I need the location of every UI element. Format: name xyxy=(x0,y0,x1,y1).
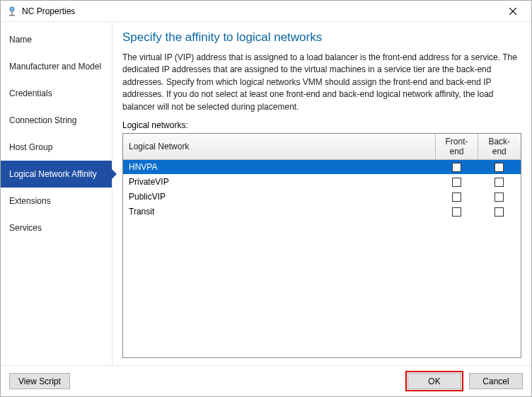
titlebar: NC Properties xyxy=(1,1,531,22)
cell-back-end xyxy=(478,159,521,174)
svg-point-0 xyxy=(10,6,14,11)
column-header-logical-network[interactable]: Logical Network xyxy=(123,134,436,160)
table-row[interactable]: HNVPA xyxy=(123,159,521,174)
sidebar-item-label: Credentials xyxy=(9,88,52,98)
sidebar-item-name[interactable]: Name xyxy=(1,26,112,53)
spacer xyxy=(122,358,521,365)
cell-network-name: HNVPA xyxy=(123,159,436,174)
svg-rect-2 xyxy=(9,15,15,16)
cell-front-end xyxy=(436,189,478,204)
sidebar-item-label: Connection String xyxy=(9,115,76,125)
sidebar-item-extensions[interactable]: Extensions xyxy=(1,188,112,214)
cell-front-end xyxy=(436,204,478,219)
sidebar-item-label: Host Group xyxy=(9,142,52,152)
ok-button[interactable]: OK xyxy=(407,373,461,389)
checkbox-front-end[interactable] xyxy=(452,163,461,172)
logical-networks-table-wrap: Logical Network Front-end Back-end HNVPA… xyxy=(122,133,521,358)
page-heading: Specify the affinity to logical networks xyxy=(122,30,521,45)
cell-front-end xyxy=(436,159,478,174)
cell-network-name: PrivateVIP xyxy=(123,174,436,189)
checkbox-front-end[interactable] xyxy=(452,192,461,202)
sidebar-item-label: Extensions xyxy=(9,196,51,206)
sidebar-item-services[interactable]: Services xyxy=(1,214,112,241)
column-header-back-end[interactable]: Back-end xyxy=(478,134,521,160)
sidebar-item-label: Services xyxy=(9,223,42,233)
dialog-body: Name Manufacturer and Model Credentials … xyxy=(1,22,531,365)
table-row[interactable]: PrivateVIP xyxy=(123,174,521,189)
sidebar-item-host-group[interactable]: Host Group xyxy=(1,134,112,161)
sidebar-item-logical-network-affinity[interactable]: Logical Network Affinity xyxy=(1,161,112,188)
sidebar-item-manufacturer[interactable]: Manufacturer and Model xyxy=(1,53,112,80)
checkbox-back-end[interactable] xyxy=(495,192,504,202)
cell-back-end xyxy=(478,174,521,189)
app-icon xyxy=(6,6,18,17)
view-script-button[interactable]: View Script xyxy=(9,373,70,389)
cell-network-name: PublicVIP xyxy=(123,189,436,204)
sidebar-item-label: Manufacturer and Model xyxy=(9,62,101,71)
cell-back-end xyxy=(478,189,521,204)
cell-front-end xyxy=(436,174,478,189)
sidebar: Name Manufacturer and Model Credentials … xyxy=(1,22,112,365)
page-description: The virtual IP (VIP) address that is ass… xyxy=(122,52,521,113)
ok-highlight: OK xyxy=(405,371,463,391)
content-pane: Specify the affinity to logical networks… xyxy=(112,22,531,365)
footer: View Script OK Cancel xyxy=(1,365,531,396)
list-label: Logical networks: xyxy=(122,120,521,130)
sidebar-item-label: Name xyxy=(9,35,32,45)
checkbox-back-end[interactable] xyxy=(495,178,504,187)
close-button[interactable] xyxy=(499,1,527,21)
sidebar-item-connection-string[interactable]: Connection String xyxy=(1,107,112,134)
table-row[interactable]: Transit xyxy=(123,204,521,219)
checkbox-back-end[interactable] xyxy=(495,207,504,217)
column-header-front-end[interactable]: Front-end xyxy=(436,134,478,160)
window-title: NC Properties xyxy=(22,6,499,16)
cell-network-name: Transit xyxy=(123,204,436,219)
table-row[interactable]: PublicVIP xyxy=(123,189,521,204)
sidebar-item-credentials[interactable]: Credentials xyxy=(1,80,112,107)
svg-rect-1 xyxy=(11,11,12,15)
cell-back-end xyxy=(478,204,521,219)
checkbox-back-end[interactable] xyxy=(495,163,504,172)
logical-networks-table: Logical Network Front-end Back-end HNVPA… xyxy=(123,134,521,219)
checkbox-front-end[interactable] xyxy=(452,178,461,187)
cancel-button[interactable]: Cancel xyxy=(469,373,523,389)
sidebar-item-label: Logical Network Affinity xyxy=(9,169,97,179)
checkbox-front-end[interactable] xyxy=(452,207,461,217)
